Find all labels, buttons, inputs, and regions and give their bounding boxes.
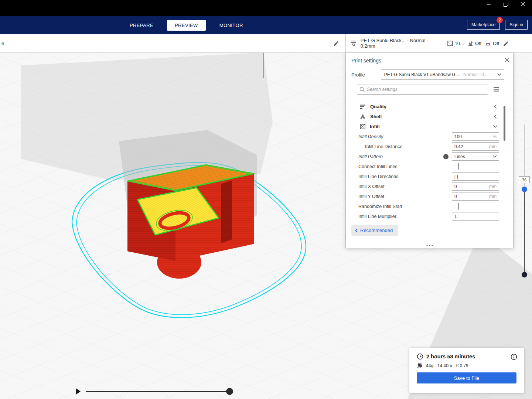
restore-icon bbox=[504, 2, 508, 7]
chevron-down-icon bbox=[497, 73, 501, 76]
setting-row-randomize-infill-start: Randomize Infill Start bbox=[346, 201, 513, 211]
play-icon[interactable] bbox=[75, 388, 81, 395]
setting-row-connect-infill-lines: Connect Infill Lines bbox=[346, 161, 513, 171]
setting-row-infill-line-multiplier: Infill Line Multiplier 1 bbox=[346, 211, 513, 221]
chevron-down-icon bbox=[493, 125, 498, 128]
marketplace-badge: 2 bbox=[497, 17, 503, 23]
material-summary: PET-G Sunlu Black... - Normal - 0.2mm bbox=[361, 38, 444, 49]
clock-icon bbox=[417, 353, 423, 360]
marketplace-button[interactable]: Marketplace 2 bbox=[467, 20, 500, 30]
infill-line-multiplier-input[interactable]: 1 bbox=[452, 212, 499, 221]
print-settings-panel: Print settings Profile PET-G Sunlu Black… bbox=[345, 53, 514, 248]
category-shell[interactable]: Shell bbox=[346, 112, 513, 122]
category-label: Quality bbox=[370, 104, 386, 109]
support-icon bbox=[468, 41, 473, 46]
panel-title: Print settings bbox=[351, 58, 381, 64]
sign-in-label: Sign in bbox=[509, 22, 523, 27]
setting-value: 0 bbox=[454, 194, 457, 199]
minimize-button[interactable] bbox=[483, 0, 494, 8]
connect-infill-lines-checkbox[interactable] bbox=[458, 163, 459, 170]
setting-unit: mm bbox=[489, 194, 497, 199]
setting-row-infill-y-offset: Infill Y Offset 0 mm bbox=[346, 191, 513, 201]
setting-label: Infill Y Offset bbox=[358, 194, 384, 199]
setting-label: Infill Pattern bbox=[358, 154, 383, 159]
search-icon bbox=[359, 87, 365, 92]
chevron-left-icon bbox=[355, 228, 358, 233]
profile-value: PET-G Sunlu Black V1 #Bandsaw G... bbox=[384, 72, 459, 77]
search-input[interactable] bbox=[357, 85, 488, 95]
infill-pattern-dropdown[interactable]: Lines bbox=[452, 152, 499, 161]
close-button[interactable] bbox=[517, 0, 528, 8]
profile-dropdown[interactable]: PET-G Sunlu Black V1 #Bandsaw G... - Nor… bbox=[381, 69, 504, 80]
material-usage-estimate: 44g · 14.40m · € 0.79 bbox=[426, 363, 468, 368]
print-time-estimate: 2 hours 58 minutes bbox=[426, 354, 475, 359]
setting-label: Infill Line Distance bbox=[358, 144, 402, 149]
setting-unit: mm bbox=[489, 184, 497, 189]
setting-unit: mm bbox=[489, 144, 497, 149]
category-infill[interactable]: Infill bbox=[346, 122, 513, 132]
setting-label: Infill Density bbox=[358, 134, 383, 139]
minimize-icon bbox=[487, 2, 491, 6]
restore-button[interactable] bbox=[500, 0, 511, 8]
stage-navbar: PREPARE PREVIEW MONITOR Marketplace 2 Si… bbox=[0, 16, 532, 34]
setting-value: 100 bbox=[454, 134, 462, 139]
layer-value-label: 76 bbox=[519, 176, 530, 183]
layer-slider-range bbox=[524, 189, 525, 274]
printer-selector[interactable]: e bbox=[0, 34, 345, 52]
infill-x-offset-input[interactable]: 0 mm bbox=[452, 182, 499, 191]
pencil-icon[interactable] bbox=[333, 40, 339, 46]
tab-monitor[interactable]: MONITOR bbox=[212, 20, 251, 31]
layer-slider: 76 bbox=[517, 122, 532, 281]
save-to-file-button[interactable]: Save to File bbox=[417, 372, 516, 383]
setting-list: Quality Shell I bbox=[346, 96, 513, 221]
print-setup-selector[interactable]: PET-G Sunlu Black... - Normal - 0.2mm 10… bbox=[345, 34, 514, 52]
chevron-left-icon bbox=[494, 104, 497, 109]
playback-handle[interactable] bbox=[226, 388, 233, 395]
profile-suffix: - Normal - 0.... bbox=[461, 72, 489, 77]
info-icon[interactable]: i bbox=[443, 154, 449, 159]
infill-line-directions-input[interactable]: [ ] bbox=[452, 172, 499, 181]
category-quality[interactable]: Quality bbox=[346, 102, 513, 112]
material-spool-icon bbox=[417, 363, 423, 368]
setting-row-infill-line-directions: Infill Line Directions [ ] bbox=[346, 171, 513, 181]
settings-scrollbar[interactable] bbox=[504, 106, 505, 141]
layer-slider-upper-handle[interactable] bbox=[522, 187, 527, 192]
setting-value: 1 bbox=[454, 214, 457, 219]
pencil-icon[interactable] bbox=[503, 41, 508, 46]
setting-value: 0 bbox=[454, 184, 457, 189]
category-label: Infill bbox=[370, 124, 380, 129]
model-slot bbox=[221, 180, 232, 243]
material-nozzle-icon bbox=[351, 40, 357, 46]
simulation-playback bbox=[0, 384, 259, 399]
tab-prepare[interactable]: PREPARE bbox=[122, 20, 161, 31]
stage-tabs: PREPARE PREVIEW MONITOR bbox=[122, 16, 251, 34]
infill-line-distance-input[interactable]: 0.42 mm bbox=[452, 142, 499, 151]
info-icon[interactable] bbox=[511, 354, 517, 360]
infill-density-input[interactable]: 100 % bbox=[452, 132, 499, 141]
setting-value: [ ] bbox=[454, 174, 458, 179]
category-label: Shell bbox=[370, 114, 382, 119]
adhesion-icon bbox=[485, 41, 491, 46]
setting-row-infill-density: Infill Density 100 % bbox=[346, 132, 513, 141]
hamburger-menu-icon[interactable] bbox=[493, 87, 499, 92]
setting-row-infill-pattern: Infill Pattern i Lines bbox=[346, 151, 513, 161]
panel-resize-handle[interactable] bbox=[426, 245, 433, 246]
close-panel-icon[interactable] bbox=[504, 57, 509, 62]
setting-row-infill-line-distance: Infill Line Distance 0.42 mm bbox=[346, 141, 513, 151]
randomize-infill-start-checkbox[interactable] bbox=[458, 203, 459, 210]
infill-y-offset-input[interactable]: 0 mm bbox=[452, 192, 499, 201]
marketplace-label: Marketplace bbox=[471, 22, 495, 27]
layer-slider-lower-handle[interactable] bbox=[522, 272, 527, 277]
support-summary-value: Off bbox=[475, 41, 481, 46]
shell-icon bbox=[360, 114, 366, 119]
configuration-bar: e PET-G Sunlu Black... - Normal - 0.2mm … bbox=[0, 34, 532, 53]
sign-in-button[interactable]: Sign in bbox=[505, 20, 528, 30]
playback-track[interactable] bbox=[86, 391, 230, 392]
infill-icon bbox=[447, 41, 453, 46]
recommended-mode-button[interactable]: Recommended bbox=[351, 225, 398, 236]
tab-preview[interactable]: PREVIEW bbox=[167, 20, 206, 31]
setting-label: Infill X Offset bbox=[358, 184, 385, 189]
setting-label: Connect Infill Lines bbox=[358, 164, 398, 169]
setting-label: Infill Line Directions bbox=[358, 174, 398, 179]
chevron-down-icon bbox=[493, 155, 497, 158]
